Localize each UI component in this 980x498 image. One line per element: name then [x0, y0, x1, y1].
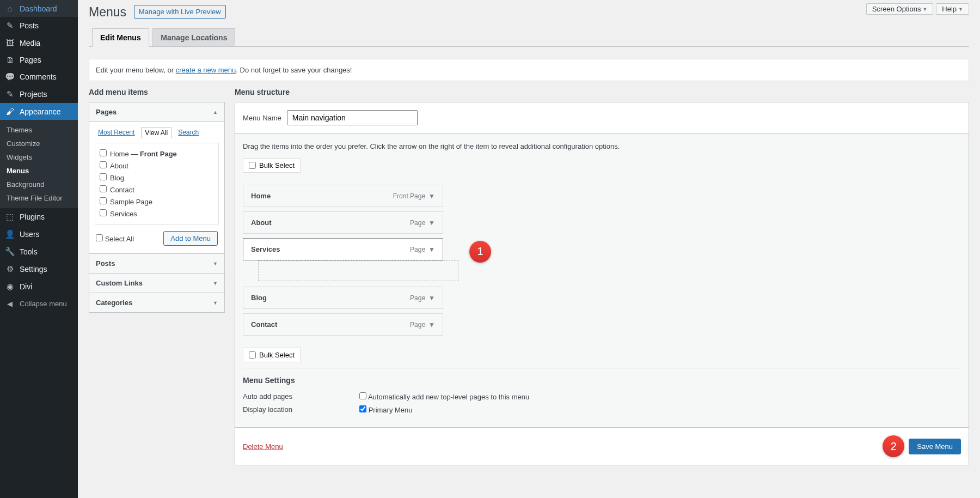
select-all-checkbox[interactable] [96, 234, 103, 241]
caret-down-icon: ▼ [428, 219, 435, 227]
caret-down-icon: ▼ [958, 7, 963, 12]
media-icon: 🖾 [4, 38, 15, 47]
sidebar-item-tools[interactable]: 🔧Tools [0, 243, 78, 260]
submenu-item-background[interactable]: Background [0, 178, 78, 191]
display-location-label: Display location [243, 405, 359, 414]
sidebar-item-dashboard[interactable]: ⌂Dashboard [0, 0, 78, 17]
submenu-item-widgets[interactable]: Widgets [0, 150, 78, 164]
submenu-item-customize[interactable]: Customize [0, 137, 78, 150]
add-menu-items-heading: Add menu items [89, 88, 225, 96]
dashboard-icon: ⌂ [4, 4, 15, 13]
categories-accordion[interactable]: Categories▼ [89, 293, 224, 312]
pages-tab-search[interactable]: Search [175, 127, 202, 138]
page-checkbox[interactable] [100, 161, 107, 168]
sidebar-item-pages[interactable]: 🗎Pages [0, 51, 78, 68]
sidebar-item-settings[interactable]: ⚙Settings [0, 260, 78, 278]
divi-icon: ◉ [4, 282, 15, 291]
bulk-select-bottom[interactable]: Bulk Select [243, 348, 301, 362]
menu-name-label: Menu Name [243, 114, 281, 122]
sidebar-item-posts[interactable]: ✎Posts [0, 17, 78, 34]
delete-menu-link[interactable]: Delete Menu [243, 442, 283, 451]
sidebar-item-appearance[interactable]: 🖌Appearance [0, 103, 78, 120]
auto-add-label: Auto add pages [243, 392, 359, 401]
pages-icon: 🗎 [4, 55, 15, 64]
caret-down-icon: ▼ [428, 294, 435, 302]
sidebar-item-divi[interactable]: ◉Divi [0, 278, 78, 295]
submenu-item-theme-file-editor[interactable]: Theme File Editor [0, 191, 78, 205]
menu-name-input[interactable] [287, 110, 418, 125]
caret-up-icon: ▲ [213, 110, 218, 115]
caret-down-icon: ▼ [428, 246, 435, 253]
tab-manage-locations[interactable]: Manage Locations [152, 28, 235, 47]
posts-accordion[interactable]: Posts▼ [89, 254, 224, 273]
live-preview-link[interactable]: Manage with Live Preview [134, 5, 226, 19]
bulk-select-top[interactable]: Bulk Select [243, 158, 301, 173]
page-item[interactable]: About [100, 160, 214, 172]
page-item[interactable]: Home — Front Page [100, 148, 214, 160]
page-checkbox[interactable] [100, 209, 107, 216]
nav-tabs: Edit Menus Manage Locations [89, 28, 969, 47]
help-button[interactable]: Help▼ [936, 3, 969, 15]
page-item[interactable]: Blog [100, 172, 214, 184]
notice: Edit your menu below, or create a new me… [89, 59, 969, 81]
menu-item-services[interactable]: ServicesPage ▼ [243, 238, 443, 260]
add-to-menu-button[interactable]: Add to Menu [163, 231, 218, 246]
sidebar-item-media[interactable]: 🖾Media [0, 34, 78, 51]
tools-icon: 🔧 [4, 247, 15, 257]
caret-down-icon: ▼ [428, 321, 435, 329]
plugins-icon: ⬚ [4, 212, 15, 222]
menu-item-blog[interactable]: BlogPage ▼ [243, 287, 443, 309]
comments-icon: 💬 [4, 72, 15, 82]
sidebar-item-users[interactable]: 👤Users [0, 226, 78, 243]
collapse-menu[interactable]: ◀Collapse menu [0, 295, 78, 312]
page-checkbox[interactable] [100, 149, 107, 156]
page-item[interactable]: Services [100, 208, 214, 220]
pages-accordion[interactable]: Pages▲ [89, 102, 224, 122]
caret-down-icon: ▼ [213, 281, 218, 286]
menu-item-home[interactable]: HomeFront Page ▼ [243, 185, 443, 207]
settings-icon: ⚙ [4, 264, 15, 274]
caret-down-icon: ▼ [428, 192, 435, 200]
caret-down-icon: ▼ [213, 261, 218, 266]
page-item[interactable]: Contact [100, 184, 214, 196]
menu-settings-heading: Menu Settings [243, 376, 961, 385]
menu-instructions: Drag the items into the order you prefer… [243, 142, 961, 150]
tab-edit-menus[interactable]: Edit Menus [92, 28, 149, 47]
primary-menu-checkbox[interactable] [359, 405, 366, 412]
submenu-item-menus[interactable]: Menus [0, 164, 78, 178]
select-all-label[interactable]: Select All [96, 234, 134, 243]
sidebar-item-plugins[interactable]: ⬚Plugins [0, 208, 78, 226]
primary-menu-option[interactable]: Primary Menu [359, 405, 413, 414]
pages-tab-viewall[interactable]: View All [141, 127, 171, 138]
pages-tab-recent[interactable]: Most Recent [95, 127, 138, 138]
page-checkbox[interactable] [100, 197, 107, 204]
projects-icon: ✎ [4, 89, 15, 99]
annotation-1: 1 [469, 241, 491, 263]
users-icon: 👤 [4, 229, 15, 239]
menu-item-contact[interactable]: ContactPage ▼ [243, 313, 443, 336]
caret-down-icon: ▼ [922, 7, 927, 12]
page-item[interactable]: Sample Page [100, 196, 214, 208]
posts-icon: ✎ [4, 21, 15, 31]
caret-down-icon: ▼ [213, 300, 218, 306]
save-menu-button[interactable]: Save Menu [909, 439, 961, 454]
submenu-item-themes[interactable]: Themes [0, 123, 78, 137]
custom-links-accordion[interactable]: Custom Links▼ [89, 274, 224, 293]
sidebar-item-comments[interactable]: 💬Comments [0, 68, 78, 86]
auto-add-checkbox[interactable] [359, 392, 366, 399]
admin-sidebar: ⌂Dashboard✎Posts🖾Media🗎Pages💬Comments✎Pr… [0, 0, 78, 498]
menu-item-about[interactable]: AboutPage ▼ [243, 211, 443, 234]
main-content: Screen Options▼ Help▼ Menus Manage with … [78, 0, 980, 498]
page-checkbox[interactable] [100, 185, 107, 192]
menu-structure-heading: Menu structure [235, 88, 969, 96]
collapse-icon: ◀ [4, 300, 15, 308]
appearance-icon: 🖌 [4, 107, 15, 116]
create-new-menu-link[interactable]: create a new menu [176, 66, 236, 74]
auto-add-option[interactable]: Automatically add new top-level pages to… [359, 392, 529, 401]
sidebar-item-projects[interactable]: ✎Projects [0, 86, 78, 103]
page-checkbox[interactable] [100, 173, 107, 180]
page-title: Menus [89, 0, 126, 22]
annotation-2: 2 [883, 435, 904, 457]
screen-options-button[interactable]: Screen Options▼ [866, 3, 934, 15]
